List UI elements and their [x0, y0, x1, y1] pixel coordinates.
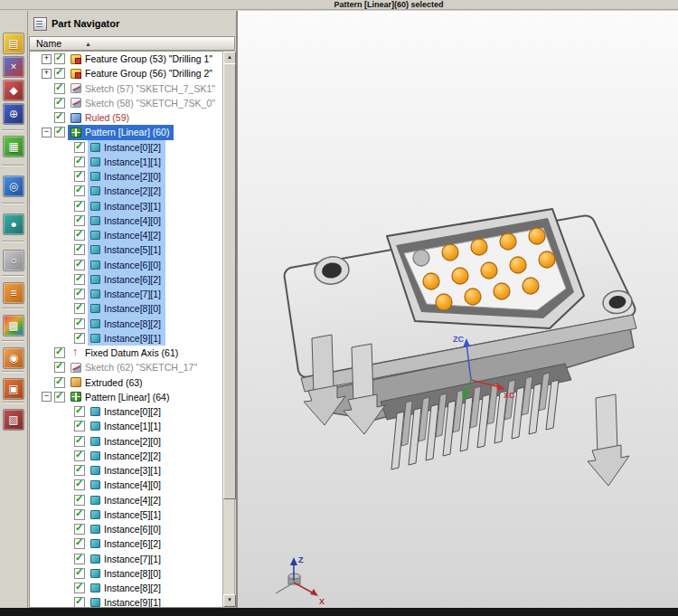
tree-row[interactable]: Instance[2][0] [30, 169, 222, 184]
name-column-header[interactable]: Name ▲ [29, 36, 235, 51]
feature-checkbox[interactable] [74, 230, 85, 241]
feature-label[interactable]: Feature Group (56) "Drilling 2" [85, 68, 214, 79]
feature-label[interactable]: Sketch (57) "SKETCH_7_SK1" [85, 83, 217, 94]
feature-checkbox[interactable] [54, 127, 65, 137]
feature-label[interactable]: Instance[0][2] [104, 142, 163, 153]
feature-label[interactable]: Instance[8][0] [104, 303, 163, 314]
tree-row[interactable]: Instance[7][1] [30, 287, 222, 301]
feature-checkbox[interactable] [74, 274, 85, 285]
feature-checkbox[interactable] [54, 98, 65, 109]
feature-checkbox[interactable] [74, 421, 85, 431]
feature-label[interactable]: Instance[6][2] [104, 538, 163, 549]
reuse-library-icon[interactable]: ▦ [3, 136, 24, 157]
feature-checkbox[interactable] [54, 112, 65, 123]
feature-checkbox[interactable] [74, 479, 85, 490]
system-materials-icon[interactable]: ▧ [3, 409, 24, 431]
feature-label[interactable]: Instance[2][2] [104, 450, 163, 461]
feature-label[interactable]: Sketch (62) "SKETCH_17" [85, 362, 199, 373]
feature-checkbox[interactable] [74, 201, 85, 212]
constraint-navigator-icon[interactable]: × [3, 56, 24, 78]
feature-label[interactable]: Feature Group (53) "Drilling 1" [85, 53, 214, 64]
feature-label[interactable]: Instance[5][1] [104, 244, 163, 255]
tree-row[interactable]: Instance[2][2] [30, 449, 222, 463]
feature-label[interactable]: Instance[6][2] [104, 274, 163, 285]
feature-label[interactable]: Pattern [Linear] (64) [85, 392, 171, 403]
feature-checkbox[interactable] [74, 597, 85, 608]
feature-label[interactable]: Instance[4][2] [104, 230, 163, 241]
feature-label[interactable]: Instance[9][1] [104, 597, 163, 608]
tree-row[interactable]: Instance[4][2] [30, 228, 222, 242]
feature-checkbox[interactable] [74, 156, 85, 167]
expander[interactable]: + [42, 69, 52, 79]
feature-checkbox[interactable] [54, 377, 65, 388]
feature-label[interactable]: Instance[1][1] [104, 421, 163, 431]
feature-label[interactable]: Instance[2][0] [104, 171, 163, 182]
connector-model[interactable] [285, 209, 636, 486]
tree-row[interactable]: + Feature Group (56) "Drilling 2" [30, 66, 222, 81]
hd3d-tools-icon[interactable]: ◎ [3, 175, 24, 197]
graphics-window[interactable]: ZC XC Z X [238, 11, 678, 608]
tree-row[interactable]: Instance[4][2] [30, 493, 222, 507]
viewport-3d[interactable]: ZC XC Z X [238, 11, 678, 608]
feature-label[interactable]: Instance[6][0] [104, 260, 163, 270]
tree-row[interactable]: Instance[2][0] [30, 434, 222, 449]
feature-checkbox[interactable] [74, 333, 85, 344]
history-icon[interactable]: ○ [3, 250, 24, 271]
feature-checkbox[interactable] [74, 583, 85, 593]
feature-label[interactable]: Sketch (58) "SKETCH_7SK_0" [85, 98, 217, 109]
tree-row[interactable]: Sketch (57) "SKETCH_7_SK1" [30, 81, 222, 96]
feature-checkbox[interactable] [74, 554, 85, 564]
feature-label[interactable]: Instance[2][2] [104, 185, 163, 196]
part-navigator-tab-icon[interactable]: ◆ [3, 80, 24, 101]
tree-row[interactable]: Instance[4][0] [30, 478, 222, 492]
feature-checkbox[interactable] [54, 362, 65, 373]
scroll-thumb[interactable] [223, 63, 236, 499]
feature-checkbox[interactable] [54, 392, 65, 403]
tree-row[interactable]: Instance[6][2] [30, 272, 222, 287]
tree-row[interactable]: Instance[7][1] [30, 552, 222, 566]
feature-checkbox[interactable] [74, 318, 85, 329]
assembly-navigator-icon[interactable]: ▤ [3, 33, 24, 54]
tree-row[interactable]: Instance[4][0] [30, 213, 222, 228]
manufacturing-wizards-icon[interactable]: ▩ [3, 315, 24, 336]
feature-label[interactable]: Instance[3][1] [104, 201, 163, 212]
tree-row[interactable]: Instance[1][1] [30, 155, 222, 169]
feature-label[interactable]: Instance[4][0] [104, 479, 163, 490]
feature-checkbox[interactable] [74, 568, 85, 579]
tree-row[interactable]: Instance[6][0] [30, 522, 222, 536]
feature-checkbox[interactable] [74, 538, 85, 549]
feature-checkbox[interactable] [54, 347, 65, 358]
scroll-down-button[interactable]: ▼ [223, 594, 236, 607]
roles-icon[interactable]: ◉ [3, 347, 24, 369]
tree-row[interactable]: Instance[6][2] [30, 536, 222, 551]
feature-checkbox[interactable] [54, 68, 65, 79]
tree-row[interactable]: Instance[5][1] [30, 507, 222, 522]
feature-label[interactable]: Instance[8][2] [104, 583, 163, 593]
tree-row[interactable]: Instance[0][2] [30, 140, 222, 155]
feature-label[interactable]: Fixed Datum Axis (61) [85, 347, 180, 358]
tree-row[interactable]: Instance[3][1] [30, 463, 222, 478]
tree-row[interactable]: Sketch (58) "SKETCH_7SK_0" [30, 96, 222, 110]
web-browser-icon[interactable]: ● [3, 213, 24, 235]
expander[interactable]: − [42, 392, 52, 402]
feature-checkbox[interactable] [74, 244, 85, 255]
system-scenes-icon[interactable]: ▣ [3, 378, 24, 400]
feature-label[interactable]: Instance[6][0] [104, 524, 163, 535]
tree-row[interactable]: Instance[8][2] [30, 317, 222, 331]
feature-checkbox[interactable] [74, 215, 85, 226]
feature-label[interactable]: Instance[7][1] [104, 554, 163, 564]
feature-label[interactable]: Instance[8][0] [104, 568, 163, 579]
feature-label[interactable]: Instance[7][1] [104, 289, 163, 299]
feature-label[interactable]: Instance[4][2] [104, 495, 163, 506]
feature-label[interactable]: Instance[0][2] [104, 406, 163, 417]
expander[interactable]: + [42, 54, 52, 64]
feature-checkbox[interactable] [74, 303, 85, 314]
tree-row[interactable]: Extruded (63) [30, 375, 222, 390]
feature-checkbox[interactable] [54, 83, 65, 94]
feature-checkbox[interactable] [74, 142, 85, 153]
feature-checkbox[interactable] [74, 509, 85, 520]
feature-label[interactable]: Instance[1][1] [104, 156, 163, 167]
feature-checkbox[interactable] [74, 436, 85, 447]
tree-row[interactable]: Instance[1][1] [30, 419, 222, 433]
feature-checkbox[interactable] [74, 450, 85, 461]
